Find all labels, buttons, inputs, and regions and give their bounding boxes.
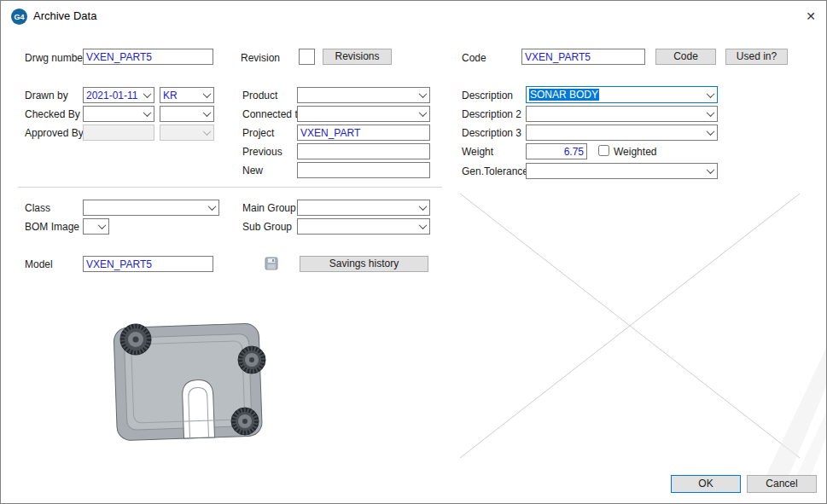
drawn-by-date-value: 2021-01-11	[84, 90, 140, 101]
model-preview-image	[83, 292, 288, 457]
chevron-down-icon[interactable]	[200, 107, 213, 121]
close-icon[interactable]: ✕	[800, 6, 822, 26]
description3-combo[interactable]	[526, 125, 718, 141]
weighted-checkbox[interactable]	[598, 145, 609, 156]
used-in-button[interactable]: Used in?	[725, 49, 788, 65]
drawn-by-label: Drawn by	[25, 90, 68, 101]
weighted-label: Weighted	[614, 146, 656, 158]
main-group-label: Main Group	[242, 202, 296, 214]
g4-app-icon: G4	[11, 9, 27, 25]
connected-to-combo[interactable]	[297, 106, 430, 122]
class-combo[interactable]	[83, 200, 219, 216]
product-combo[interactable]	[297, 87, 430, 103]
chevron-down-icon[interactable]	[416, 107, 429, 121]
chevron-down-icon	[200, 125, 213, 140]
archive-data-dialog: G4 Archive Data ✕ Drwg number Revision R…	[0, 0, 827, 504]
chevron-down-icon[interactable]	[205, 200, 218, 215]
description-combo[interactable]: SONAR BODY	[526, 86, 718, 103]
chevron-down-icon[interactable]	[416, 219, 429, 234]
cancel-button[interactable]: Cancel	[747, 475, 817, 493]
savings-history-button[interactable]: Savings history	[300, 256, 428, 272]
code-label: Code	[462, 52, 486, 64]
description-value: SONAR BODY	[527, 89, 703, 101]
drawn-by-initials-value: KR	[160, 90, 200, 101]
previous-label: Previous	[242, 146, 282, 158]
weight-input[interactable]	[526, 143, 587, 159]
description-label: Description	[462, 90, 513, 101]
drawn-by-date-combo[interactable]: 2021-01-11	[83, 87, 154, 103]
class-label: Class	[25, 202, 50, 214]
code-button[interactable]: Code	[655, 49, 716, 65]
ok-button[interactable]: OK	[671, 475, 741, 493]
chevron-down-icon[interactable]	[703, 87, 717, 102]
separator-line	[18, 187, 442, 188]
chevron-down-icon[interactable]	[703, 125, 717, 140]
empty-image-placeholder	[460, 194, 800, 458]
product-label: Product	[242, 90, 277, 101]
connected-to-label: Connected to	[242, 108, 303, 120]
code-input[interactable]	[521, 49, 645, 65]
chevron-down-icon[interactable]	[95, 219, 108, 234]
checked-by-initials-combo[interactable]	[160, 106, 214, 122]
revisions-button[interactable]: Revisions	[323, 49, 392, 65]
chevron-down-icon[interactable]	[416, 88, 429, 102]
approved-by-input	[83, 125, 154, 141]
project-label: Project	[242, 127, 274, 139]
description3-label: Description 3	[462, 127, 521, 139]
knurled-knob	[238, 346, 265, 374]
approved-by-initials-combo	[160, 125, 214, 141]
new-label: New	[242, 165, 263, 177]
model-label: Model	[25, 258, 53, 270]
revision-input[interactable]	[299, 49, 315, 65]
weight-label: Weight	[462, 146, 493, 158]
chevron-down-icon[interactable]	[703, 107, 717, 121]
save-disk-icon	[264, 256, 279, 271]
chevron-down-icon[interactable]	[703, 164, 717, 178]
main-group-combo[interactable]	[297, 200, 430, 216]
drwg-number-input[interactable]	[83, 49, 213, 65]
window-title: Archive Data	[33, 9, 96, 22]
gen-tolerance-label: Gen.Tolerance	[462, 165, 528, 177]
knurled-knob	[231, 408, 259, 435]
revision-label: Revision	[241, 52, 280, 64]
approved-by-label: Approved By	[25, 127, 84, 139]
new-input[interactable]	[297, 162, 430, 178]
chevron-down-icon[interactable]	[200, 88, 213, 102]
drwg-number-label: Drwg number	[25, 52, 86, 64]
drawn-by-initials-combo[interactable]: KR	[160, 87, 214, 103]
model-input[interactable]	[83, 256, 213, 272]
gen-tolerance-combo[interactable]	[526, 163, 718, 179]
description2-label: Description 2	[462, 108, 521, 120]
sub-group-label: Sub Group	[242, 221, 292, 233]
chevron-down-icon[interactable]	[416, 200, 429, 215]
title-bar: G4 Archive Data ✕	[1, 1, 826, 32]
project-input[interactable]	[297, 125, 430, 141]
sub-group-combo[interactable]	[297, 218, 430, 235]
bom-image-label: BOM Image	[25, 221, 79, 233]
chevron-down-icon[interactable]	[140, 88, 154, 102]
chevron-down-icon[interactable]	[140, 107, 154, 121]
description2-combo[interactable]	[526, 106, 718, 122]
bom-image-combo[interactable]	[83, 218, 109, 235]
knurled-knob	[120, 324, 151, 355]
checked-by-date-combo[interactable]	[83, 106, 154, 122]
previous-input[interactable]	[297, 143, 430, 159]
checked-by-label: Checked By	[25, 108, 80, 120]
